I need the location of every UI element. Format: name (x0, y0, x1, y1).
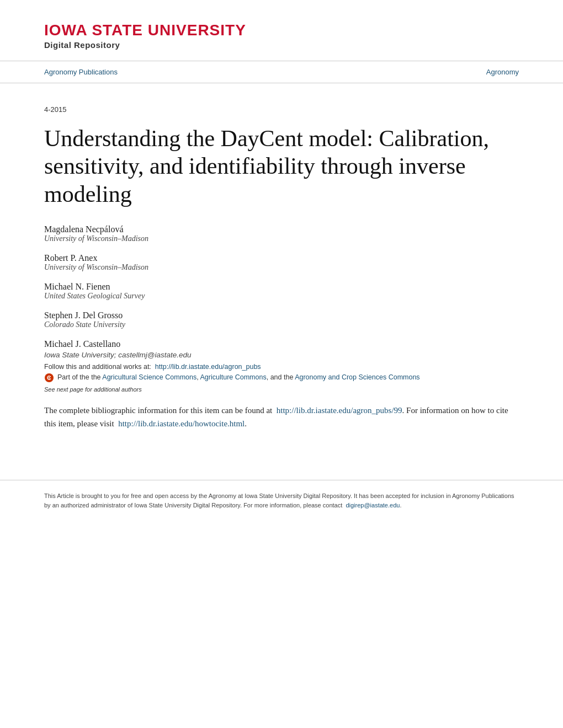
header: IOWA STATE UNIVERSITY Digital Repository (0, 0, 563, 61)
author-name-4: Stephen J. Del Grosso (44, 311, 519, 320)
author-name-5: Michael J. Castellano (44, 339, 519, 349)
follow-link[interactable]: http://lib.dr.iastate.edu/agron_pubs (155, 363, 261, 371)
digital-repository-label: Digital Repository (44, 40, 519, 50)
agronomy-publications-link[interactable]: Agronomy Publications (44, 68, 118, 76)
commons-link-1[interactable]: Agricultural Science Commons (102, 373, 196, 381)
svg-point-1 (49, 377, 50, 378)
date-label: 4-2015 (44, 105, 519, 114)
author-block-3: Michael N. Fienen United States Geologic… (44, 282, 519, 301)
footer-email-link[interactable]: digirep@iastate.edu (346, 502, 400, 508)
author-affiliation-2: University of Wisconsin–Madison (44, 263, 519, 272)
page-container: IOWA STATE UNIVERSITY Digital Repository… (0, 0, 563, 728)
biblio-link-2[interactable]: http://lib.dr.iastate.edu/howtocite.html (118, 419, 245, 428)
article-title: Understanding the DayCent model: Calibra… (44, 125, 519, 208)
part-of-section: Part of the the Agricultural Science Com… (44, 372, 519, 383)
part-of-text: Part of the the Agricultural Science Com… (57, 372, 420, 383)
author-name-1: Magdalena Necpálová (44, 224, 519, 234)
biblio-section: The complete bibliographic information f… (44, 404, 519, 430)
biblio-link-1[interactable]: http://lib.dr.iastate.edu/agron_pubs/99 (277, 406, 402, 415)
biblio-text-1: The complete bibliographic information f… (44, 406, 272, 415)
author-name-3: Michael N. Fienen (44, 282, 519, 292)
author-affiliation-4: Colorado State University (44, 320, 519, 329)
commons-link-2[interactable]: Agriculture Commons (200, 373, 267, 381)
agronomy-link[interactable]: Agronomy (486, 68, 519, 76)
main-content: 4-2015 Understanding the DayCent model: … (0, 83, 563, 469)
see-next-page: See next page for additional authors (44, 386, 519, 393)
author-block-2: Robert P. Anex University of Wisconsin–M… (44, 253, 519, 272)
biblio-text-end: . (245, 419, 247, 428)
author-block-4: Stephen J. Del Grosso Colorado State Uni… (44, 311, 519, 329)
author-affiliation-1: University of Wisconsin–Madison (44, 234, 519, 243)
author-block-5: Michael J. Castellano Iowa State Univers… (44, 339, 519, 393)
author-affiliation-5: Iowa State University; castellmj@iastate… (44, 351, 192, 359)
author-block-1: Magdalena Necpálová University of Wiscon… (44, 224, 519, 243)
follow-section: Iowa State University; castellmj@iastate… (44, 349, 519, 372)
author-name-2: Robert P. Anex (44, 253, 519, 263)
author-affiliation-3: United States Geological Survey (44, 292, 519, 301)
footer: This Article is brought to you for free … (0, 480, 563, 522)
footer-text: This Article is brought to you for free … (44, 491, 519, 511)
follow-label: Follow this and additional works at: (44, 363, 151, 371)
commons-icon (44, 373, 54, 383)
commons-link-3[interactable]: Agronomy and Crop Sciences Commons (295, 373, 420, 381)
nav-bar: Agronomy Publications Agronomy (0, 61, 563, 83)
university-name: IOWA STATE UNIVERSITY (44, 22, 519, 39)
